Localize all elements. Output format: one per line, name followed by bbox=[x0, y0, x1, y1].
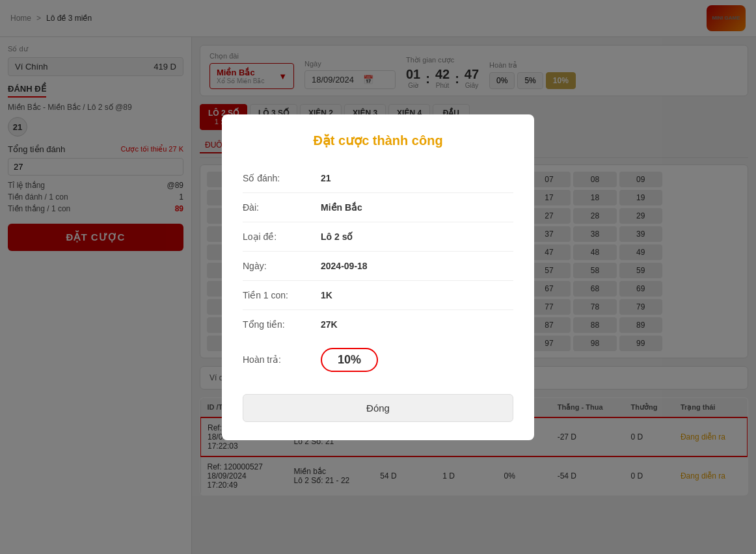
modal-overlay[interactable]: Đặt cược thành công Số đánh:21Đài:Miền B… bbox=[0, 0, 756, 554]
modal: Đặt cược thành công Số đánh:21Đài:Miền B… bbox=[222, 114, 534, 440]
modal-field-label: Tiền 1 con: bbox=[243, 290, 321, 300]
modal-field-label: Tổng tiền: bbox=[243, 319, 321, 330]
modal-field-label: Ngày: bbox=[243, 261, 321, 271]
modal-field-row: Tổng tiền:27K bbox=[243, 310, 513, 339]
hoan-tra-field-label: Hoàn trả: bbox=[243, 354, 321, 365]
modal-close-button[interactable]: Đóng bbox=[243, 394, 513, 422]
modal-field-value: 1K bbox=[321, 290, 332, 300]
modal-hoan-tra-row: Hoàn trả: 10% bbox=[243, 339, 513, 381]
modal-field-label: Đài: bbox=[243, 202, 321, 213]
hoan-tra-field-value: 10% bbox=[321, 348, 378, 372]
modal-field-row: Tiền 1 con:1K bbox=[243, 281, 513, 310]
modal-field-value: 27K bbox=[321, 319, 338, 330]
modal-title: Đặt cược thành công bbox=[243, 133, 513, 148]
modal-field-row: Loại đề:Lô 2 số bbox=[243, 222, 513, 252]
modal-field-label: Số đánh: bbox=[243, 173, 321, 183]
modal-field-label: Loại đề: bbox=[243, 231, 321, 242]
modal-field-row: Ngày:2024-09-18 bbox=[243, 252, 513, 281]
modal-field-value: Lô 2 số bbox=[321, 231, 353, 242]
modal-field-value: 2024-09-18 bbox=[321, 261, 368, 271]
modal-field-value: 21 bbox=[321, 173, 331, 183]
modal-field-row: Đài:Miền Bắc bbox=[243, 193, 513, 222]
modal-field-value: Miền Bắc bbox=[321, 202, 362, 213]
modal-field-row: Số đánh:21 bbox=[243, 164, 513, 193]
